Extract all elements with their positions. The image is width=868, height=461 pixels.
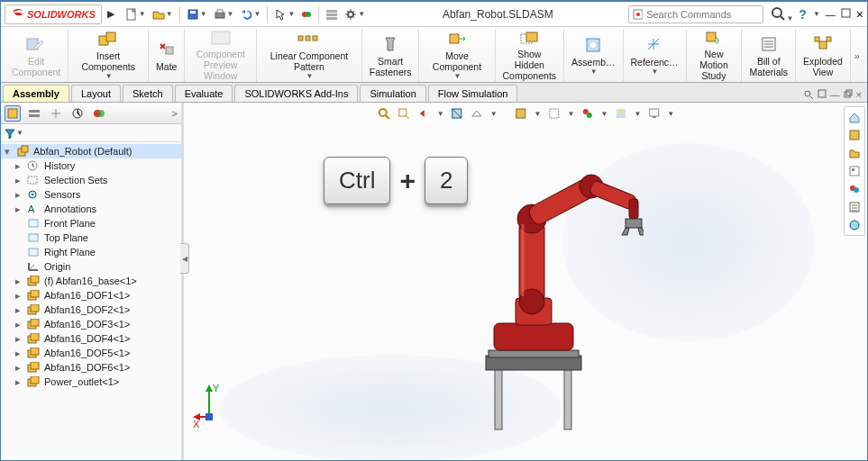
display-style-icon[interactable] <box>514 106 528 121</box>
tree-node[interactable]: ▸Selection Sets <box>1 173 181 187</box>
prev-view-icon[interactable] <box>416 106 431 121</box>
taskpane-forum-icon[interactable] <box>846 217 863 233</box>
help-icon[interactable]: ? <box>799 7 807 22</box>
tab-flow-simulation[interactable]: Flow Simulation <box>428 85 518 102</box>
bom-button[interactable]: Bill of Materials <box>742 29 796 82</box>
search-icon[interactable]: ▼ <box>771 6 793 23</box>
taskpane-home-icon[interactable] <box>846 109 863 125</box>
svg-rect-54 <box>31 276 39 283</box>
tree-node[interactable]: ▸Power_outlet<1> <box>1 375 181 389</box>
tree-node[interactable]: ▸Abfan16_DOF3<1> <box>1 317 181 331</box>
hide-show-icon[interactable] <box>547 106 562 121</box>
move-component-button[interactable]: Move Component ▼ <box>419 29 495 82</box>
child-dropdown-icon[interactable] <box>818 89 827 102</box>
motion-study-button[interactable]: New Motion Study <box>687 29 743 82</box>
search-commands[interactable] <box>628 5 763 23</box>
mate-button[interactable]: Mate <box>149 29 185 82</box>
apply-scene-icon[interactable] <box>613 106 627 121</box>
settings-button[interactable]: ▼ <box>343 6 367 23</box>
tree-node[interactable]: Origin <box>1 259 181 274</box>
feature-tree[interactable]: ▾ Abfan_Robot (Default) ▸History▸Selecti… <box>1 142 181 391</box>
taskpane-view-palette-icon[interactable] <box>846 163 863 179</box>
maximize-icon[interactable] <box>841 8 851 20</box>
tree-node[interactable]: ▸Abfan16_DOF4<1> <box>1 331 181 346</box>
tree-node[interactable]: ▸Sensors <box>1 187 181 202</box>
zoom-fit-icon[interactable] <box>377 106 391 121</box>
tree-tab-config[interactable] <box>48 105 64 122</box>
svg-rect-79 <box>652 116 655 118</box>
smart-fasteners-button[interactable]: Smart Fasteners <box>362 29 420 82</box>
edit-appearance-icon[interactable] <box>580 106 594 121</box>
section-view-icon[interactable] <box>450 106 464 121</box>
tree-node[interactable]: Top Plane <box>1 230 181 245</box>
minimize-icon[interactable]: — <box>826 9 836 20</box>
app-logo[interactable]: SOLIDWORKS <box>5 5 102 24</box>
view-triad[interactable]: Y X <box>193 383 243 433</box>
child-minimize-icon[interactable]: — <box>830 89 840 102</box>
show-hidden-button[interactable]: Show Hidden Components <box>496 29 565 82</box>
tree-tab-feature[interactable] <box>5 105 21 122</box>
tree-node[interactable]: ▸Abfan16_DOF6<1> <box>1 360 181 375</box>
svg-rect-52 <box>29 249 38 256</box>
open-doc-button[interactable]: ▼ <box>151 6 175 23</box>
tab-sketch[interactable]: Sketch <box>123 85 173 102</box>
tree-node[interactable]: ▸AAnnotations <box>1 202 181 216</box>
search-small-icon[interactable] <box>803 89 814 102</box>
taskpane-file-explorer-icon[interactable] <box>846 145 863 161</box>
taskpane-props-icon[interactable] <box>846 199 863 215</box>
tab-addins[interactable]: SOLIDWORKS Add-Ins <box>234 85 358 102</box>
tab-layout[interactable]: Layout <box>71 85 121 102</box>
tree-node[interactable]: Front Plane <box>1 216 181 230</box>
exploded-view-button[interactable]: Exploded View <box>796 29 851 82</box>
linear-pattern-button[interactable]: Linear Component Pattern ▼ <box>257 29 362 82</box>
linear-pattern-icon <box>297 31 321 49</box>
rebuild-button[interactable] <box>299 7 314 22</box>
ribbon-overflow-icon[interactable]: » <box>851 50 863 61</box>
child-restore-icon[interactable] <box>844 89 853 102</box>
assembly-features-button[interactable]: Assemb… ▼ <box>564 29 623 82</box>
select-button[interactable]: ▼ <box>272 6 297 23</box>
tree-collapse-handle[interactable]: ◀ <box>180 243 189 274</box>
tab-assembly[interactable]: Assembly <box>3 85 69 102</box>
tab-simulation[interactable]: Simulation <box>360 85 425 102</box>
tree-tab-property[interactable] <box>26 105 42 122</box>
tree-node[interactable]: Right Plane <box>1 245 181 259</box>
taskpane-appearance-icon[interactable] <box>846 181 863 197</box>
view-settings-icon[interactable] <box>646 106 661 121</box>
svg-rect-78 <box>649 109 658 116</box>
svg-rect-38 <box>29 110 40 113</box>
view-orient-icon[interactable] <box>470 106 484 121</box>
svg-rect-35 <box>845 92 850 97</box>
undo-button[interactable]: ▼ <box>238 6 262 23</box>
zoom-window-icon[interactable] <box>397 106 411 121</box>
tree-filter-row[interactable]: ▼ <box>1 124 181 142</box>
run-macro-icon[interactable]: ▶ <box>107 8 114 20</box>
new-doc-button[interactable]: ▼ <box>123 6 148 23</box>
tree-node[interactable]: ▸Abfan16_DOF2<1> <box>1 303 181 317</box>
tree-node[interactable]: ▸Abfan16_DOF1<1> <box>1 288 181 303</box>
component-preview-button: Component Preview Window <box>185 29 257 82</box>
part-icon <box>26 361 41 374</box>
save-button[interactable]: ▼ <box>185 6 209 23</box>
insert-components-button[interactable]: Insert Components ▼ <box>69 29 149 82</box>
taskpane-design-lib-icon[interactable] <box>846 127 863 143</box>
tree-node[interactable]: ▸Abfan16_DOF5<1> <box>1 346 181 360</box>
search-input[interactable] <box>646 9 759 20</box>
tree-root-node[interactable]: ▾ Abfan_Robot (Default) <box>1 144 181 158</box>
tree-tab-dim[interactable] <box>69 105 86 122</box>
tree-expand-icon[interactable]: > <box>172 108 178 119</box>
tree-tab-display[interactable] <box>91 105 107 122</box>
print-button[interactable]: ▼ <box>212 6 236 23</box>
close-icon[interactable]: × <box>856 7 863 22</box>
svg-rect-66 <box>31 362 39 369</box>
sensors-icon <box>26 188 41 201</box>
child-close-icon[interactable]: × <box>856 89 862 102</box>
tree-node[interactable]: ▸(f) Abfan16_base<1> <box>1 274 181 288</box>
filter-dropdown-icon[interactable]: ▼ <box>16 129 23 137</box>
tab-evaluate[interactable]: Evaluate <box>175 85 233 102</box>
reference-geom-button[interactable]: Referenc… ▼ <box>624 29 687 82</box>
svg-rect-72 <box>516 109 525 118</box>
tree-node[interactable]: ▸History <box>1 158 181 173</box>
options-button[interactable] <box>324 6 340 23</box>
graphics-viewport[interactable]: ▼ ▼ ▼ ▼ ▼ ▼ ▼ Ctrl + 2 <box>184 103 867 460</box>
